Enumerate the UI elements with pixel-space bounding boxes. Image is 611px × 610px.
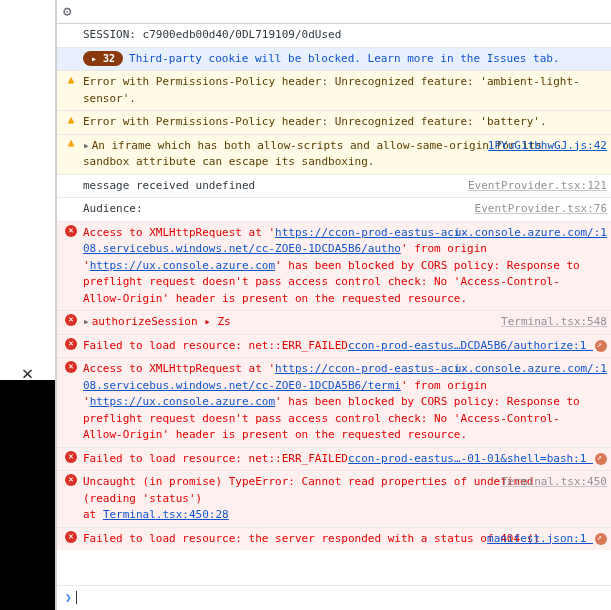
- error-icon: ✕: [65, 314, 77, 326]
- url-link[interactable]: https://ux.console.azure.com: [90, 395, 275, 408]
- warning-icon: [65, 138, 77, 150]
- error-icon: ✕: [65, 338, 77, 350]
- console-row: Error with Permissions-Policy header: Un…: [57, 110, 611, 134]
- console-row: ✕ux.console.azure.com/:1Access to XMLHtt…: [57, 357, 611, 447]
- expand-triangle-icon[interactable]: ▸: [83, 139, 90, 152]
- error-icon: ✕: [65, 531, 77, 543]
- source-link[interactable]: Terminal.tsx:548: [501, 314, 607, 331]
- console-row: EventProvider.tsx:76Audience:: [57, 197, 611, 221]
- error-icon: ✕: [65, 361, 77, 373]
- console-row: SESSION: c7900edb00d40/0DL719109/0dUsed: [57, 24, 611, 47]
- error-icon: ✕: [65, 225, 77, 237]
- issues-badge[interactable]: ▸ 32: [83, 51, 123, 66]
- source-link[interactable]: ccon-prod-eastus…-01-01&shell=bash:1: [348, 451, 607, 468]
- console-row: ✕Terminal.tsx:450Uncaught (in promise) T…: [57, 470, 611, 527]
- external-icon: [595, 453, 607, 465]
- cursor: [76, 591, 77, 604]
- console-row: ✕manifest.json:1 Failed to load resource…: [57, 527, 611, 551]
- error-icon: ✕: [65, 451, 77, 463]
- source-link[interactable]: EventProvider.tsx:76: [475, 201, 607, 218]
- gear-icon[interactable]: ⚙: [63, 1, 71, 22]
- source-link[interactable]: EventProvider.tsx:121: [468, 178, 607, 195]
- source-link[interactable]: ux.console.azure.com/:1: [455, 225, 607, 242]
- secondary-panel: ×: [0, 0, 56, 610]
- stack-link[interactable]: Terminal.tsx:450:28: [103, 508, 229, 521]
- console-prompt[interactable]: ❯: [57, 585, 611, 611]
- error-icon: ✕: [65, 474, 77, 486]
- console-log-list[interactable]: SESSION: c7900edb00d40/0DL719109/0dUsed▸…: [57, 24, 611, 585]
- source-link[interactable]: manifest.json:1: [487, 531, 607, 548]
- devtools-console: ⚙ SESSION: c7900edb00d40/0DL719109/0dUse…: [56, 0, 611, 610]
- console-row: ✕ux.console.azure.com/:1Access to XMLHtt…: [57, 221, 611, 311]
- console-row: 1PYuG1tbhwGJ.js:42▸An iframe which has b…: [57, 134, 611, 174]
- terminal-preview: [0, 380, 55, 610]
- expand-triangle-icon[interactable]: ▸: [83, 315, 90, 328]
- prompt-symbol: ❯: [65, 590, 72, 607]
- console-row: ▸ 32Third-party cookie will be blocked. …: [57, 47, 611, 71]
- external-icon: [595, 533, 607, 545]
- console-row: ✕ccon-prod-eastus…DCDA5B6/authorize:1 Fa…: [57, 334, 611, 358]
- console-row: ✕ccon-prod-eastus…-01-01&shell=bash:1 Fa…: [57, 447, 611, 471]
- source-link[interactable]: Terminal.tsx:450: [501, 474, 607, 491]
- external-icon: [595, 340, 607, 352]
- console-row: EventProvider.tsx:121message received un…: [57, 174, 611, 198]
- source-link[interactable]: 1PYuG1tbhwGJ.js:42: [488, 138, 607, 155]
- url-link[interactable]: https://ux.console.azure.com: [90, 259, 275, 272]
- console-toolbar: ⚙: [57, 0, 611, 24]
- warning-icon: [65, 74, 77, 86]
- warning-icon: [65, 114, 77, 126]
- source-link[interactable]: ccon-prod-eastus…DCDA5B6/authorize:1: [348, 338, 607, 355]
- console-row: ✕Terminal.tsx:548▸authorizeSession ▸ Zs: [57, 310, 611, 334]
- console-row: Error with Permissions-Policy header: Un…: [57, 70, 611, 110]
- source-link[interactable]: ux.console.azure.com/:1: [455, 361, 607, 378]
